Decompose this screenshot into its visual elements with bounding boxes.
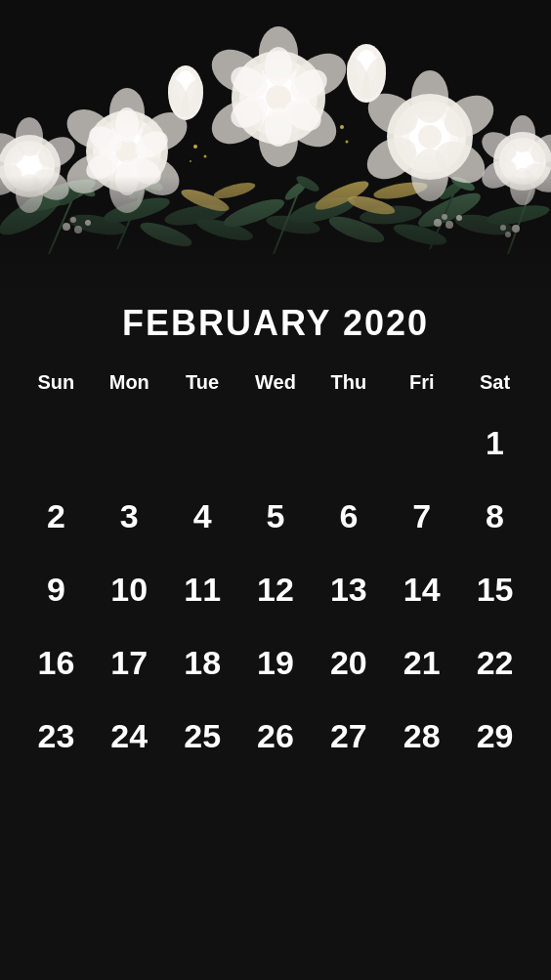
calendar-day-7[interactable]: 7: [385, 480, 458, 553]
calendar-cell-empty: [385, 406, 458, 480]
month-title: FEBRUARY 2020: [20, 303, 531, 344]
floral-header: [0, 0, 551, 293]
calendar-day-18[interactable]: 18: [166, 626, 239, 700]
calendar-day-20[interactable]: 20: [312, 626, 385, 700]
calendar-day-24[interactable]: 24: [93, 700, 166, 773]
calendar-day-23[interactable]: 23: [20, 700, 93, 773]
calendar-day-25[interactable]: 25: [166, 700, 239, 773]
calendar-cell-empty: [166, 406, 239, 480]
calendar-cell-empty: [312, 406, 385, 480]
calendar-day-6[interactable]: 6: [312, 480, 385, 553]
calendar-day-16[interactable]: 16: [20, 626, 93, 700]
calendar-day-27[interactable]: 27: [312, 700, 385, 773]
calendar-day-9[interactable]: 9: [20, 553, 93, 626]
calendar-week-row: 2345678: [20, 480, 531, 553]
calendar-day-3[interactable]: 3: [93, 480, 166, 553]
calendar-grid: Sun Mon Tue Wed Thu Fri Sat 123456789101…: [20, 363, 531, 773]
day-header-mon: Mon: [93, 363, 166, 402]
calendar-day-28[interactable]: 28: [385, 700, 458, 773]
calendar-day-13[interactable]: 13: [312, 553, 385, 626]
calendar-day-17[interactable]: 17: [93, 626, 166, 700]
day-header-sun: Sun: [20, 363, 93, 402]
calendar-day-4[interactable]: 4: [166, 480, 239, 553]
calendar-cell-empty: [239, 406, 313, 480]
calendar-week-row: 16171819202122: [20, 626, 531, 700]
calendar-day-11[interactable]: 11: [166, 553, 239, 626]
calendar-day-22[interactable]: 22: [458, 626, 531, 700]
day-header-fri: Fri: [385, 363, 458, 402]
calendar-day-26[interactable]: 26: [239, 700, 313, 773]
day-headers: Sun Mon Tue Wed Thu Fri Sat: [20, 363, 531, 402]
calendar-area: FEBRUARY 2020 Sun Mon Tue Wed Thu Fri Sa…: [0, 293, 551, 792]
calendar-day-15[interactable]: 15: [458, 553, 531, 626]
day-header-tue: Tue: [166, 363, 239, 402]
calendar-rows: 1234567891011121314151617181920212223242…: [20, 406, 531, 773]
calendar-day-1[interactable]: 1: [458, 406, 531, 480]
calendar-day-29[interactable]: 29: [458, 700, 531, 773]
calendar-day-2[interactable]: 2: [20, 480, 93, 553]
calendar-week-row: 1: [20, 406, 531, 480]
calendar-day-21[interactable]: 21: [385, 626, 458, 700]
calendar-day-14[interactable]: 14: [385, 553, 458, 626]
calendar-week-row: 23242526272829: [20, 700, 531, 773]
calendar-day-5[interactable]: 5: [239, 480, 313, 553]
calendar-week-row: 9101112131415: [20, 553, 531, 626]
calendar-cell-empty: [93, 406, 166, 480]
calendar-day-10[interactable]: 10: [93, 553, 166, 626]
svg-rect-126: [0, 0, 551, 293]
calendar-day-8[interactable]: 8: [458, 480, 531, 553]
day-header-thu: Thu: [312, 363, 385, 402]
day-header-wed: Wed: [239, 363, 313, 402]
calendar-day-19[interactable]: 19: [239, 626, 313, 700]
app-container: FEBRUARY 2020 Sun Mon Tue Wed Thu Fri Sa…: [0, 0, 551, 980]
day-header-sat: Sat: [458, 363, 531, 402]
calendar-day-12[interactable]: 12: [239, 553, 313, 626]
calendar-cell-empty: [20, 406, 93, 480]
